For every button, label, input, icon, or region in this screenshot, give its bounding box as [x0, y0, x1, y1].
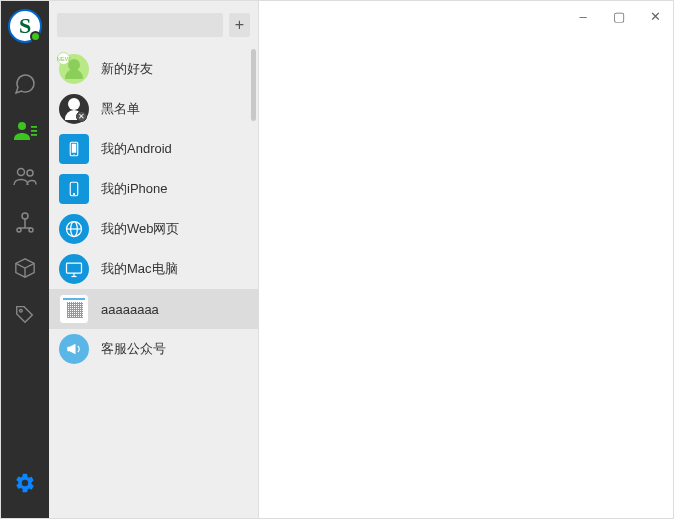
app-root: S +	[1, 1, 673, 518]
iphone-device-icon	[59, 174, 89, 204]
contact-label: 我的Android	[101, 140, 172, 158]
search-input[interactable]	[57, 13, 223, 37]
svg-rect-17	[67, 263, 82, 273]
chat-icon	[13, 72, 37, 96]
svg-point-6	[22, 213, 28, 219]
group-icon	[12, 164, 38, 188]
nav-org[interactable]	[1, 199, 49, 245]
contact-item-new-friend[interactable]: NEW 新的好友	[49, 49, 258, 89]
contact-label: 客服公众号	[101, 340, 166, 358]
contact-item-user[interactable]: aaaaaaaa	[49, 289, 258, 329]
main-content: – ▢ ✕	[259, 1, 673, 518]
maximize-icon: ▢	[613, 9, 625, 24]
nav-group[interactable]	[1, 153, 49, 199]
minimize-icon: –	[579, 9, 586, 24]
blacklist-avatar-icon: ✕	[59, 94, 89, 124]
plus-icon: +	[235, 16, 244, 34]
contact-label: 我的Web网页	[101, 220, 180, 238]
svg-point-12	[73, 154, 74, 155]
svg-point-9	[20, 309, 23, 312]
add-button[interactable]: +	[229, 13, 250, 37]
node-icon	[13, 210, 37, 234]
contact-item-mac[interactable]: 我的Mac电脑	[49, 249, 258, 289]
maximize-button[interactable]: ▢	[601, 1, 637, 31]
web-globe-icon	[59, 214, 89, 244]
mac-monitor-icon	[59, 254, 89, 284]
contact-panel: + NEW 新的好友 ✕ 黑名单 我的Android	[49, 1, 259, 518]
contact-item-android[interactable]: 我的Android	[49, 129, 258, 169]
svg-rect-2	[31, 130, 37, 132]
megaphone-icon	[59, 334, 89, 364]
scrollbar-thumb[interactable]	[251, 49, 256, 121]
search-row: +	[49, 1, 258, 41]
contact-list[interactable]: NEW 新的好友 ✕ 黑名单 我的Android 我的iPhone	[49, 41, 258, 518]
contact-item-service[interactable]: 客服公众号	[49, 329, 258, 369]
contact-label: 我的iPhone	[101, 180, 167, 198]
close-icon: ✕	[650, 9, 661, 24]
close-button[interactable]: ✕	[637, 1, 673, 31]
box-icon	[14, 257, 36, 279]
contact-item-blacklist[interactable]: ✕ 黑名单	[49, 89, 258, 129]
new-friend-avatar-icon: NEW	[59, 54, 89, 84]
nav-box[interactable]	[1, 245, 49, 291]
svg-point-8	[29, 228, 33, 232]
contact-label: aaaaaaaa	[101, 302, 159, 317]
contact-label: 我的Mac电脑	[101, 260, 178, 278]
svg-point-14	[73, 194, 74, 195]
nav-contacts[interactable]	[1, 107, 49, 153]
nav-sidebar: S	[1, 1, 49, 518]
contact-label: 新的好友	[101, 60, 153, 78]
tag-icon	[14, 303, 36, 325]
window-controls: – ▢ ✕	[565, 1, 673, 31]
svg-point-7	[17, 228, 21, 232]
app-logo[interactable]: S	[8, 9, 42, 43]
contact-item-iphone[interactable]: 我的iPhone	[49, 169, 258, 209]
online-status-dot	[30, 31, 41, 42]
android-device-icon	[59, 134, 89, 164]
svg-point-0	[18, 122, 26, 130]
svg-rect-1	[31, 126, 37, 128]
svg-rect-3	[31, 134, 37, 136]
svg-rect-11	[72, 144, 77, 153]
minimize-button[interactable]: –	[565, 1, 601, 31]
contact-label: 黑名单	[101, 100, 140, 118]
nav-chat[interactable]	[1, 61, 49, 107]
contacts-icon	[12, 118, 38, 142]
nav-tag[interactable]	[1, 291, 49, 337]
svg-point-5	[27, 170, 33, 176]
nav-settings[interactable]	[1, 460, 49, 506]
svg-point-4	[18, 169, 25, 176]
contact-item-web[interactable]: 我的Web网页	[49, 209, 258, 249]
qr-avatar-icon	[59, 294, 89, 324]
gear-icon	[14, 472, 36, 494]
